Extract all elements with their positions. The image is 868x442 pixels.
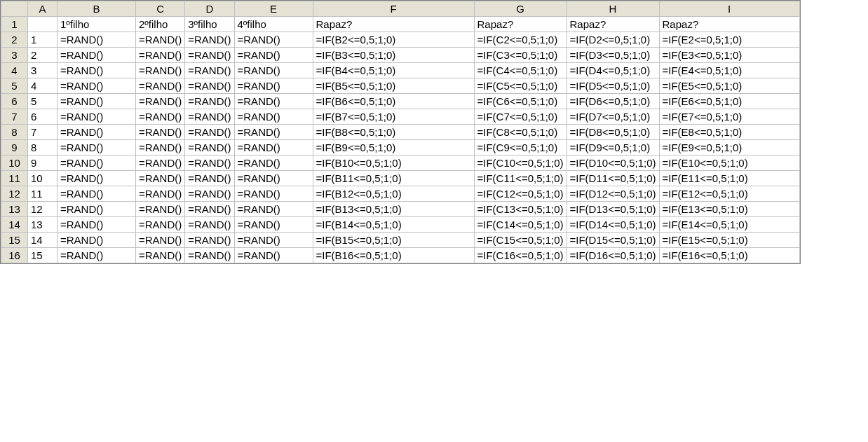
cell[interactable]: =RAND()	[234, 248, 313, 263]
col-header-A[interactable]: A	[28, 1, 57, 17]
cell[interactable]: 1	[28, 32, 57, 48]
cell[interactable]: =IF(E14<=0,5;1;0)	[659, 217, 799, 233]
cell[interactable]: =IF(E4<=0,5;1;0)	[659, 63, 799, 78]
cell[interactable]: =RAND()	[234, 202, 313, 217]
cell[interactable]: =IF(D4<=0,5;1;0)	[567, 63, 659, 78]
cell[interactable]: =IF(B3<=0,5;1;0)	[313, 48, 474, 63]
cell[interactable]: =RAND()	[185, 125, 234, 140]
cell[interactable]: =RAND()	[136, 94, 185, 109]
cell[interactable]: =IF(E6<=0,5;1;0)	[659, 94, 799, 109]
cell[interactable]: =RAND()	[136, 186, 185, 202]
cell[interactable]: =RAND()	[234, 48, 313, 63]
cell[interactable]: =IF(E16<=0,5;1;0)	[659, 248, 799, 263]
cell[interactable]: =IF(D3<=0,5;1;0)	[567, 48, 659, 63]
cell[interactable]: =IF(E9<=0,5;1;0)	[659, 140, 799, 156]
cell[interactable]: =RAND()	[185, 140, 234, 156]
cell[interactable]: =IF(D5<=0,5;1;0)	[567, 78, 659, 94]
cell[interactable]: =IF(C14<=0,5;1;0)	[474, 217, 567, 233]
select-all-corner[interactable]	[1, 1, 28, 17]
cell[interactable]: 15	[28, 248, 57, 263]
cell[interactable]: 4ºfilho	[234, 17, 313, 32]
cell[interactable]: =IF(B8<=0,5;1;0)	[313, 125, 474, 140]
cell[interactable]: =IF(C2<=0,5;1;0)	[474, 32, 567, 48]
row-header[interactable]: 8	[1, 125, 28, 140]
cell[interactable]: 14	[28, 233, 57, 248]
cell[interactable]: =IF(C13<=0,5;1;0)	[474, 202, 567, 217]
cell[interactable]: =RAND()	[57, 48, 136, 63]
cell[interactable]: =RAND()	[234, 125, 313, 140]
cell[interactable]: =IF(E8<=0,5;1;0)	[659, 125, 799, 140]
cell[interactable]: =IF(D2<=0,5;1;0)	[567, 32, 659, 48]
cell[interactable]: =RAND()	[136, 109, 185, 125]
row-header[interactable]: 4	[1, 63, 28, 78]
cell[interactable]: =IF(C3<=0,5;1;0)	[474, 48, 567, 63]
cell[interactable]: Rapaz?	[474, 17, 567, 32]
cell[interactable]: =RAND()	[234, 156, 313, 171]
row-header[interactable]: 2	[1, 32, 28, 48]
cell[interactable]: =RAND()	[136, 217, 185, 233]
cell[interactable]: =RAND()	[57, 186, 136, 202]
cell[interactable]: =IF(C5<=0,5;1;0)	[474, 78, 567, 94]
cell[interactable]: =IF(D9<=0,5;1;0)	[567, 140, 659, 156]
cell[interactable]: =IF(B12<=0,5;1;0)	[313, 186, 474, 202]
cell[interactable]: =IF(B11<=0,5;1;0)	[313, 171, 474, 186]
cell[interactable]: =IF(B9<=0,5;1;0)	[313, 140, 474, 156]
cell[interactable]: =RAND()	[136, 233, 185, 248]
col-header-G[interactable]: G	[474, 1, 567, 17]
cell[interactable]: =IF(D12<=0,5;1;0)	[567, 186, 659, 202]
cell[interactable]: =RAND()	[185, 94, 234, 109]
cell[interactable]: =RAND()	[57, 171, 136, 186]
cell[interactable]: =IF(C16<=0,5;1;0)	[474, 248, 567, 263]
cell[interactable]: =IF(E13<=0,5;1;0)	[659, 202, 799, 217]
col-header-I[interactable]: I	[659, 1, 799, 17]
cell[interactable]: =RAND()	[136, 248, 185, 263]
cell[interactable]: =IF(B16<=0,5;1;0)	[313, 248, 474, 263]
cell[interactable]: =RAND()	[185, 109, 234, 125]
cell[interactable]: =RAND()	[234, 32, 313, 48]
cell[interactable]: =RAND()	[57, 94, 136, 109]
cell[interactable]: =IF(B4<=0,5;1;0)	[313, 63, 474, 78]
cell[interactable]: 6	[28, 109, 57, 125]
cell[interactable]: =RAND()	[57, 202, 136, 217]
cell[interactable]: 12	[28, 202, 57, 217]
row-header[interactable]: 11	[1, 171, 28, 186]
row-header[interactable]: 7	[1, 109, 28, 125]
cell[interactable]: =IF(E11<=0,5;1;0)	[659, 171, 799, 186]
col-header-B[interactable]: B	[57, 1, 136, 17]
cell[interactable]: =IF(D10<=0,5;1;0)	[567, 156, 659, 171]
cell[interactable]: =IF(D16<=0,5;1;0)	[567, 248, 659, 263]
cell[interactable]: =RAND()	[136, 171, 185, 186]
cell[interactable]: 7	[28, 125, 57, 140]
cell[interactable]: =RAND()	[185, 171, 234, 186]
cell[interactable]: =RAND()	[136, 32, 185, 48]
cell[interactable]: =IF(C12<=0,5;1;0)	[474, 186, 567, 202]
col-header-H[interactable]: H	[567, 1, 659, 17]
cell[interactable]: =RAND()	[234, 140, 313, 156]
row-header[interactable]: 9	[1, 140, 28, 156]
cell[interactable]: =IF(E15<=0,5;1;0)	[659, 233, 799, 248]
cell[interactable]: =RAND()	[57, 63, 136, 78]
cell[interactable]: =IF(E10<=0,5;1;0)	[659, 156, 799, 171]
cell[interactable]: =IF(B10<=0,5;1;0)	[313, 156, 474, 171]
cell[interactable]: 2ºfilho	[136, 17, 185, 32]
cell[interactable]: =IF(E7<=0,5;1;0)	[659, 109, 799, 125]
row-header[interactable]: 14	[1, 217, 28, 233]
cell[interactable]: =RAND()	[234, 217, 313, 233]
cell[interactable]: =RAND()	[234, 94, 313, 109]
cell[interactable]: =RAND()	[185, 156, 234, 171]
row-header[interactable]: 3	[1, 48, 28, 63]
cell[interactable]: =IF(B2<=0,5;1;0)	[313, 32, 474, 48]
cell[interactable]: =RAND()	[234, 233, 313, 248]
cell[interactable]: =IF(D15<=0,5;1;0)	[567, 233, 659, 248]
row-header[interactable]: 10	[1, 156, 28, 171]
cell[interactable]: =RAND()	[185, 32, 234, 48]
col-header-E[interactable]: E	[234, 1, 313, 17]
cell[interactable]: =IF(C8<=0,5;1;0)	[474, 125, 567, 140]
cell[interactable]: 5	[28, 94, 57, 109]
cell[interactable]: Rapaz?	[659, 17, 799, 32]
cell[interactable]: =IF(B13<=0,5;1;0)	[313, 202, 474, 217]
cell[interactable]: =RAND()	[57, 32, 136, 48]
cell[interactable]: =RAND()	[57, 248, 136, 263]
cell[interactable]: =IF(C11<=0,5;1;0)	[474, 171, 567, 186]
row-header[interactable]: 15	[1, 233, 28, 248]
